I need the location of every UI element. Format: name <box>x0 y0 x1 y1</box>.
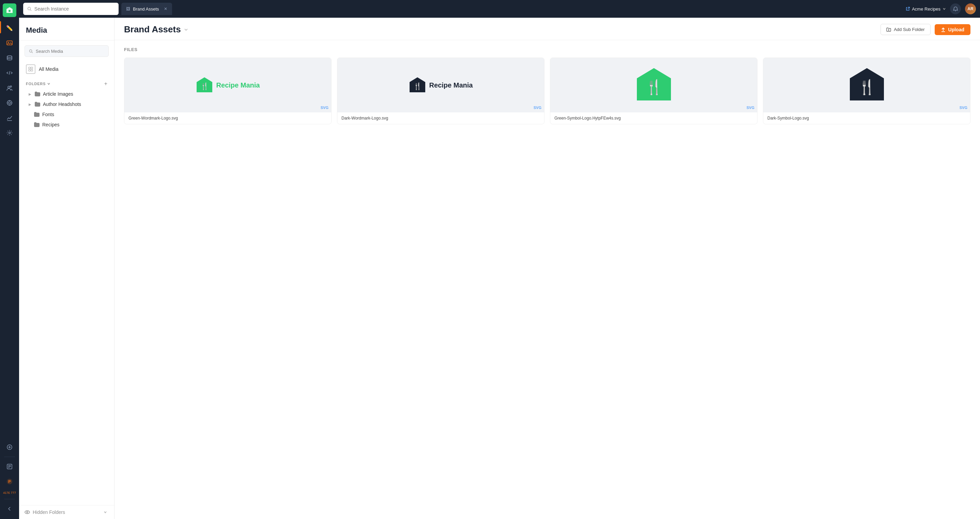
folder-item-fonts[interactable]: Fonts <box>19 110 114 119</box>
svg-text:🍴: 🍴 <box>858 79 876 96</box>
svg-rect-29 <box>29 67 30 69</box>
file-card-dark-symbol[interactable]: 🍴 SVG Dark-Symbol-Logo.svg <box>763 57 970 124</box>
green-wordmark-text: Recipe Mania <box>216 81 260 89</box>
chevron-down-icon <box>942 7 946 11</box>
svg-point-6 <box>7 100 12 105</box>
folders-header: FOLDERS + <box>19 77 114 89</box>
svg-point-33 <box>25 511 30 514</box>
search-media-container <box>24 45 109 57</box>
instance-link[interactable]: Acme Recipes <box>906 6 946 11</box>
files-label: Files <box>124 47 970 52</box>
sidebar-item-edit[interactable]: ✏️ <box>3 21 16 35</box>
file-preview-green-wordmark: 🍴 Recipe Mania SVG <box>124 58 331 113</box>
file-card-dark-wordmark[interactable]: 🍴 Recipe Mania SVG Dark-Wordmark-Logo.sv… <box>337 57 544 124</box>
sidebar-item-database[interactable] <box>3 51 16 65</box>
svg-point-7 <box>8 102 11 104</box>
svg-badge-4: SVG <box>959 106 967 110</box>
svg-point-13 <box>9 132 11 134</box>
sidebar-item-target[interactable] <box>3 96 16 110</box>
dark-symbol-svg: 🍴 <box>848 67 886 104</box>
green-symbol-svg: 🍴 <box>635 67 673 104</box>
add-folder-button[interactable]: + <box>104 81 107 87</box>
app-logo[interactable] <box>3 3 16 17</box>
add-subfolder-icon <box>886 27 891 32</box>
sidebar-collapse-button[interactable] <box>3 502 16 516</box>
sidebar-divider-2 <box>4 499 15 499</box>
sidebar-item-analytics[interactable] <box>3 111 16 125</box>
folder-item-article-images[interactable]: ▶ Article Images <box>19 89 114 99</box>
sidebar-item-media[interactable] <box>3 36 16 50</box>
all-media-item[interactable]: All Media <box>19 62 114 77</box>
title-chevron-icon[interactable] <box>184 27 188 32</box>
svg-text:P: P <box>8 479 11 484</box>
file-name-4: Dark-Symbol-Logo.svg <box>763 113 970 124</box>
folder-name-article-images: Article Images <box>43 91 73 97</box>
svg-text:🍴: 🍴 <box>645 79 663 96</box>
upload-button[interactable]: Upload <box>935 24 970 35</box>
active-indicator <box>0 21 1 33</box>
sidebar-item-add[interactable] <box>3 440 16 454</box>
instance-name: Acme Recipes <box>912 6 940 11</box>
sidebar-divider <box>4 457 15 457</box>
svg-rect-32 <box>31 70 33 71</box>
sidebar: ✏️ <box>0 0 19 519</box>
upload-label: Upload <box>948 27 964 32</box>
sidebar-item-settings[interactable] <box>3 126 16 140</box>
folders-chevron-icon <box>47 82 51 86</box>
add-subfolder-button[interactable]: Add Sub Folder <box>880 24 930 35</box>
folder-icon-2 <box>35 102 40 106</box>
svg-badge-2: SVG <box>534 106 541 110</box>
all-media-label: All Media <box>39 67 59 72</box>
notification-button[interactable] <box>950 3 961 14</box>
sidebar-item-plugin[interactable]: P <box>3 475 16 488</box>
svg-text:🍴: 🍴 <box>413 82 422 90</box>
svg-badge-3: SVG <box>746 106 754 110</box>
eye-icon <box>24 509 30 515</box>
svg-point-3 <box>7 56 12 57</box>
tab-label: Brand Assets <box>133 6 159 11</box>
avatar[interactable]: AR <box>965 3 976 14</box>
file-name-1: Green-Wordmark-Logo.svg <box>124 113 331 124</box>
right-panel: Brand Assets Add Sub Folder <box>115 18 980 519</box>
hidden-folders-label: Hidden Folders <box>33 509 100 515</box>
folder-item-recipes[interactable]: Recipes <box>19 119 114 130</box>
folders-label: FOLDERS <box>26 82 51 86</box>
hidden-folders-item[interactable]: Hidden Folders <box>19 505 114 519</box>
sidebar-item-users[interactable] <box>3 81 16 95</box>
topbar-right: Acme Recipes AR <box>906 3 976 14</box>
svg-point-34 <box>27 511 28 513</box>
tab-icon: 🖼 <box>126 6 130 11</box>
green-wordmark-symbol: 🍴 <box>196 77 213 94</box>
search-instance-input[interactable] <box>34 6 115 11</box>
folder-name-recipes: Recipes <box>42 122 60 127</box>
search-media-input[interactable] <box>36 49 104 54</box>
folder-icon <box>35 92 40 96</box>
file-card-green-wordmark[interactable]: 🍴 Recipe Mania SVG Green-Wordmark-Logo.s… <box>124 57 332 124</box>
upload-icon <box>941 27 946 32</box>
folder-item-author-headshots[interactable]: ▶ Author Headshots <box>19 99 114 110</box>
file-preview-dark-symbol: 🍴 SVG <box>763 58 970 113</box>
content-layout: Media All <box>19 18 980 519</box>
media-title: Media <box>26 26 47 34</box>
file-preview-green-symbol: 🍴 SVG <box>550 58 757 113</box>
folder-name-fonts: Fonts <box>42 112 54 117</box>
folder-name-author-headshots: Author Headshots <box>43 102 81 107</box>
files-grid: 🍴 Recipe Mania SVG Green-Wordmark-Logo.s… <box>124 57 970 124</box>
svg-line-24 <box>30 10 31 11</box>
search-icon <box>27 6 32 11</box>
brand-assets-tab[interactable]: 🖼 Brand Assets ✕ <box>121 3 172 15</box>
sidebar-item-code[interactable] <box>3 66 16 80</box>
sidebar-item-log[interactable] <box>3 460 16 473</box>
files-section: Files 🍴 Recipe Mania <box>115 40 980 519</box>
folder-expand-icon-2: ▶ <box>29 103 31 106</box>
svg-point-2 <box>8 42 9 43</box>
dark-wordmark-text: Recipe Mania <box>430 81 473 89</box>
external-link-icon <box>906 7 910 11</box>
tab-close-button[interactable]: ✕ <box>164 6 167 11</box>
svg-point-5 <box>10 86 11 87</box>
file-card-green-symbol[interactable]: 🍴 SVG Green-Symbol-Logo.HytpFEw4s.svg <box>550 57 757 124</box>
svg-line-28 <box>32 52 33 53</box>
svg-point-23 <box>28 7 30 10</box>
left-panel-header: Media <box>19 18 114 41</box>
search-instance-container <box>23 3 119 15</box>
